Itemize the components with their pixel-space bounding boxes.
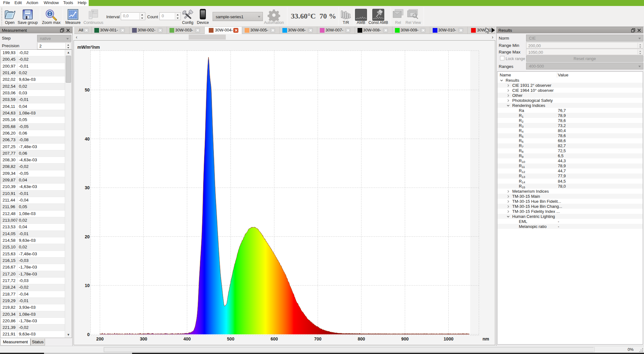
svg-text:nm: nm (483, 336, 489, 341)
svg-text:900: 900 (401, 336, 409, 341)
svg-text:20: 20 (85, 234, 90, 239)
svg-text:10: 10 (85, 283, 90, 288)
svg-text:800: 800 (358, 336, 365, 341)
svg-text:500: 500 (227, 336, 235, 341)
svg-text:mW/m²/nm: mW/m²/nm (77, 45, 100, 50)
svg-text:300: 300 (140, 336, 147, 341)
svg-text:30: 30 (85, 185, 90, 190)
svg-text:1000: 1000 (444, 336, 453, 341)
svg-text:400: 400 (183, 336, 191, 341)
svg-text:40: 40 (85, 136, 90, 141)
svg-text:50: 50 (85, 87, 90, 92)
svg-text:600: 600 (270, 336, 278, 341)
svg-text:200: 200 (96, 336, 104, 341)
svg-text:700: 700 (314, 336, 322, 341)
svg-text:0: 0 (87, 332, 90, 337)
